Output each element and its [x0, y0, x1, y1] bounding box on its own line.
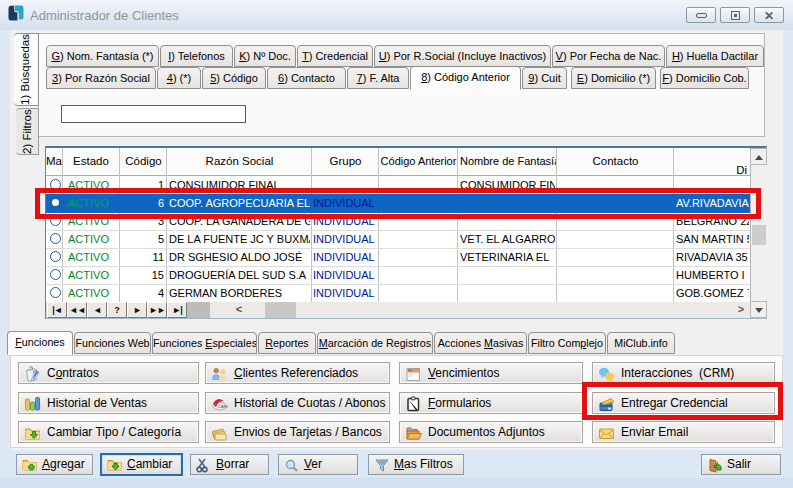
svg-text:CASH: CASH	[218, 404, 228, 409]
